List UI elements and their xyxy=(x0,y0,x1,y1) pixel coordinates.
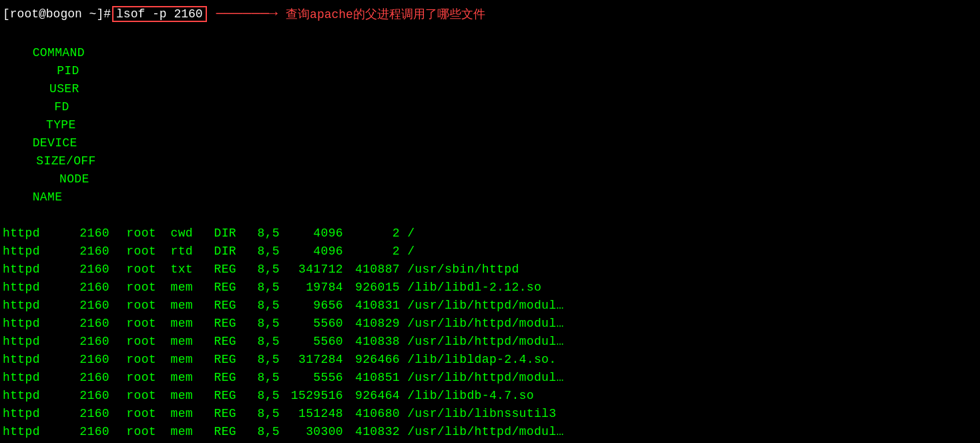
table-row: httpd2160rootrtdDIR8,540962 / xyxy=(3,243,977,261)
header-device: DEVICE xyxy=(33,134,76,152)
cell-type: REG xyxy=(193,423,236,441)
cell-user: root xyxy=(109,297,156,315)
table-row: httpd2160rootmemREG8,59656410831 /usr/li… xyxy=(3,297,977,315)
cell-node: 410831 xyxy=(343,297,400,315)
table-body: httpd2160rootcwdDIR8,540962 /httpd2160ro… xyxy=(3,225,977,443)
cell-type: REG xyxy=(193,315,236,333)
cell-name: /usr/sbin/httpd xyxy=(400,261,519,279)
cell-device: 8,5 xyxy=(236,261,280,279)
cell-node: 410851 xyxy=(343,369,400,387)
cell-fd: mem xyxy=(156,333,193,351)
cell-size: 1529516 xyxy=(280,387,343,405)
cell-name: /lib/libdl-2.12.so xyxy=(400,279,541,297)
cell-name: / xyxy=(400,243,415,261)
cell-pid: 2160 xyxy=(63,387,109,405)
command-highlight: lsof -p 2160 xyxy=(112,6,207,22)
cell-node: 2 xyxy=(343,225,400,243)
table-row: httpd2160rootmemREG8,55560410829 /usr/li… xyxy=(3,315,977,333)
cell-node: 410838 xyxy=(343,333,400,351)
table-row: httpd2160rootmemREG8,519784926015 /lib/l… xyxy=(3,279,977,297)
cell-user: root xyxy=(109,351,156,369)
table-row: httpd2160rootmemREG8,55560410838 /usr/li… xyxy=(3,333,977,351)
cell-user: root xyxy=(109,405,156,423)
prompt-line: [root@bogon ~]# lsof -p 2160 ——————→ 查询a… xyxy=(3,5,977,22)
cell-command: httpd xyxy=(3,261,63,279)
cell-user: root xyxy=(109,261,156,279)
cell-type: REG xyxy=(193,405,236,423)
cell-size: 19784 xyxy=(280,279,343,297)
cell-user: root xyxy=(109,369,156,387)
cell-size: 151248 xyxy=(280,405,343,423)
cell-size: 5556 xyxy=(280,369,343,387)
cell-pid: 2160 xyxy=(63,279,109,297)
cell-pid: 2160 xyxy=(63,315,109,333)
cell-user: root xyxy=(109,423,156,441)
cell-device: 8,5 xyxy=(236,297,280,315)
arrow-icon: ——————→ xyxy=(216,5,278,22)
cell-type: REG xyxy=(193,351,236,369)
cell-fd: mem xyxy=(156,405,193,423)
cell-device: 8,5 xyxy=(236,351,280,369)
cell-size: 4096 xyxy=(280,225,343,243)
cell-fd: mem xyxy=(156,351,193,369)
cell-command: httpd xyxy=(3,279,63,297)
cell-name: /usr/lib/httpd/modul… xyxy=(400,315,564,333)
cell-size: 317284 xyxy=(280,351,343,369)
cell-node: 410832 xyxy=(343,423,400,441)
cell-size: 9656 xyxy=(280,297,343,315)
cell-size: 5560 xyxy=(280,315,343,333)
cell-user: root xyxy=(109,387,156,405)
cell-fd: rtd xyxy=(156,243,193,261)
cell-pid: 2160 xyxy=(63,243,109,261)
cell-name: /usr/lib/httpd/modul… xyxy=(400,369,564,387)
header-name: NAME xyxy=(33,188,63,206)
cell-name: /usr/lib/httpd/modul… xyxy=(400,297,564,315)
cell-device: 8,5 xyxy=(236,423,280,441)
cell-pid: 2160 xyxy=(63,297,109,315)
cell-command: httpd xyxy=(3,225,63,243)
annotation-text: 查询apache的父进程调用了哪些文件 xyxy=(286,6,485,22)
cell-pid: 2160 xyxy=(63,261,109,279)
table-row: httpd2160roottxtREG8,5341712410887 /usr/… xyxy=(3,261,977,279)
terminal: [root@bogon ~]# lsof -p 2160 ——————→ 查询a… xyxy=(0,0,980,443)
cell-fd: mem xyxy=(156,297,193,315)
cell-command: httpd xyxy=(3,315,63,333)
cell-pid: 2160 xyxy=(63,225,109,243)
cell-type: REG xyxy=(193,297,236,315)
cell-device: 8,5 xyxy=(236,243,280,261)
cell-type: REG xyxy=(193,369,236,387)
table-header: COMMAND PID USER FD TYPE DEVICE SIZE/OFF… xyxy=(3,26,977,225)
cell-device: 8,5 xyxy=(236,315,280,333)
cell-node: 2 xyxy=(343,243,400,261)
cell-user: root xyxy=(109,333,156,351)
cell-node: 926015 xyxy=(343,279,400,297)
table-row: httpd2160rootmemREG8,5317284926466 /lib/… xyxy=(3,351,977,369)
header-type: TYPE xyxy=(33,116,76,134)
prompt-text: [root@bogon ~]# xyxy=(3,7,111,21)
cell-name: /lib/libldap-2.4.so. xyxy=(400,351,556,369)
cell-pid: 2160 xyxy=(63,423,109,441)
cell-node: 926466 xyxy=(343,351,400,369)
cell-type: REG xyxy=(193,261,236,279)
cell-user: root xyxy=(109,279,156,297)
cell-node: 410680 xyxy=(343,405,400,423)
cell-pid: 2160 xyxy=(63,333,109,351)
cell-command: httpd xyxy=(3,423,63,441)
cell-command: httpd xyxy=(3,333,63,351)
cell-type: DIR xyxy=(193,243,236,261)
cell-device: 8,5 xyxy=(236,405,280,423)
cell-user: root xyxy=(109,225,156,243)
table-row: httpd2160rootmemREG8,55556410851 /usr/li… xyxy=(3,369,977,387)
cell-pid: 2160 xyxy=(63,405,109,423)
cell-device: 8,5 xyxy=(236,369,280,387)
cell-pid: 2160 xyxy=(63,351,109,369)
table-row: httpd2160rootmemREG8,51529516926464 /lib… xyxy=(3,387,977,405)
cell-name: /usr/lib/libnssutil3 xyxy=(400,405,556,423)
cell-fd: mem xyxy=(156,279,193,297)
table-row: httpd2160rootcwdDIR8,540962 / xyxy=(3,225,977,243)
cell-size: 4096 xyxy=(280,243,343,261)
cell-device: 8,5 xyxy=(236,333,280,351)
header-size: SIZE/OFF xyxy=(33,152,96,170)
table-row: httpd2160rootmemREG8,5151248410680 /usr/… xyxy=(3,405,977,423)
cell-size: 30300 xyxy=(280,423,343,441)
